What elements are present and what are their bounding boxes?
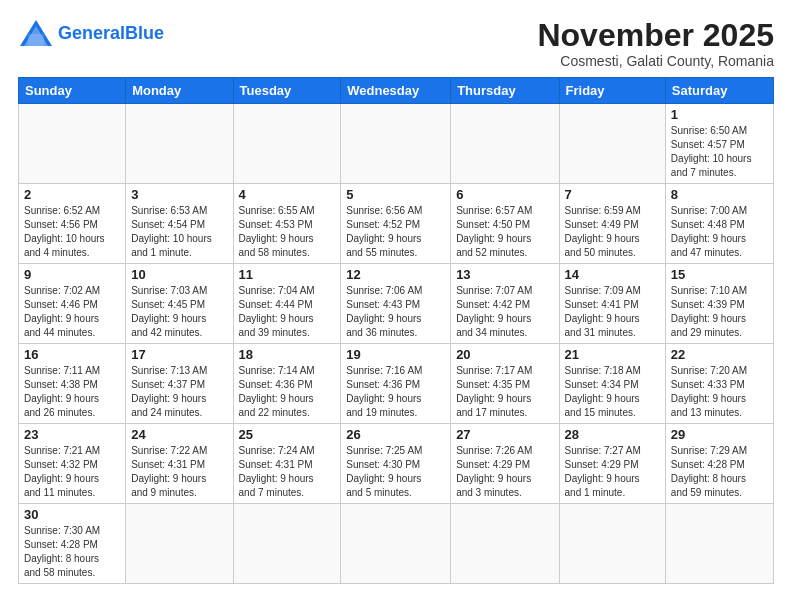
weekday-header-tuesday: Tuesday — [233, 78, 341, 104]
day-number: 24 — [131, 427, 227, 442]
day-info: Sunrise: 7:03 AMSunset: 4:45 PMDaylight:… — [131, 284, 227, 340]
day-info: Sunrise: 7:09 AMSunset: 4:41 PMDaylight:… — [565, 284, 660, 340]
calendar-day-cell: 25Sunrise: 7:24 AMSunset: 4:31 PMDayligh… — [233, 424, 341, 504]
day-info: Sunrise: 7:24 AMSunset: 4:31 PMDaylight:… — [239, 444, 336, 500]
day-number: 12 — [346, 267, 445, 282]
calendar-day-cell: 9Sunrise: 7:02 AMSunset: 4:46 PMDaylight… — [19, 264, 126, 344]
logo-icon — [18, 18, 54, 48]
weekday-header-thursday: Thursday — [451, 78, 559, 104]
calendar-day-cell: 3Sunrise: 6:53 AMSunset: 4:54 PMDaylight… — [126, 184, 233, 264]
calendar-day-cell: 27Sunrise: 7:26 AMSunset: 4:29 PMDayligh… — [451, 424, 559, 504]
calendar-day-cell — [19, 104, 126, 184]
calendar-day-cell: 14Sunrise: 7:09 AMSunset: 4:41 PMDayligh… — [559, 264, 665, 344]
calendar-body: 1Sunrise: 6:50 AMSunset: 4:57 PMDaylight… — [19, 104, 774, 584]
day-info: Sunrise: 7:17 AMSunset: 4:35 PMDaylight:… — [456, 364, 553, 420]
calendar-day-cell: 2Sunrise: 6:52 AMSunset: 4:56 PMDaylight… — [19, 184, 126, 264]
day-info: Sunrise: 6:57 AMSunset: 4:50 PMDaylight:… — [456, 204, 553, 260]
calendar-day-cell: 26Sunrise: 7:25 AMSunset: 4:30 PMDayligh… — [341, 424, 451, 504]
day-info: Sunrise: 7:11 AMSunset: 4:38 PMDaylight:… — [24, 364, 120, 420]
day-number: 7 — [565, 187, 660, 202]
calendar-day-cell — [341, 104, 451, 184]
day-number: 5 — [346, 187, 445, 202]
calendar-day-cell: 1Sunrise: 6:50 AMSunset: 4:57 PMDaylight… — [665, 104, 773, 184]
day-info: Sunrise: 6:56 AMSunset: 4:52 PMDaylight:… — [346, 204, 445, 260]
logo: GeneralBlue — [18, 18, 164, 48]
logo-blue: Blue — [125, 23, 164, 43]
calendar-day-cell: 4Sunrise: 6:55 AMSunset: 4:53 PMDaylight… — [233, 184, 341, 264]
day-number: 17 — [131, 347, 227, 362]
day-info: Sunrise: 6:52 AMSunset: 4:56 PMDaylight:… — [24, 204, 120, 260]
calendar-week-row: 9Sunrise: 7:02 AMSunset: 4:46 PMDaylight… — [19, 264, 774, 344]
calendar-day-cell — [233, 504, 341, 584]
weekday-header-row: SundayMondayTuesdayWednesdayThursdayFrid… — [19, 78, 774, 104]
day-info: Sunrise: 7:13 AMSunset: 4:37 PMDaylight:… — [131, 364, 227, 420]
day-number: 23 — [24, 427, 120, 442]
weekday-header-sunday: Sunday — [19, 78, 126, 104]
day-info: Sunrise: 7:14 AMSunset: 4:36 PMDaylight:… — [239, 364, 336, 420]
day-info: Sunrise: 7:07 AMSunset: 4:42 PMDaylight:… — [456, 284, 553, 340]
day-info: Sunrise: 7:10 AMSunset: 4:39 PMDaylight:… — [671, 284, 768, 340]
calendar-day-cell — [341, 504, 451, 584]
day-info: Sunrise: 7:30 AMSunset: 4:28 PMDaylight:… — [24, 524, 120, 580]
calendar-day-cell: 20Sunrise: 7:17 AMSunset: 4:35 PMDayligh… — [451, 344, 559, 424]
calendar-day-cell: 30Sunrise: 7:30 AMSunset: 4:28 PMDayligh… — [19, 504, 126, 584]
calendar-day-cell: 29Sunrise: 7:29 AMSunset: 4:28 PMDayligh… — [665, 424, 773, 504]
day-number: 18 — [239, 347, 336, 362]
day-number: 30 — [24, 507, 120, 522]
day-number: 13 — [456, 267, 553, 282]
calendar-day-cell: 15Sunrise: 7:10 AMSunset: 4:39 PMDayligh… — [665, 264, 773, 344]
calendar-day-cell — [126, 504, 233, 584]
day-info: Sunrise: 6:53 AMSunset: 4:54 PMDaylight:… — [131, 204, 227, 260]
day-info: Sunrise: 6:55 AMSunset: 4:53 PMDaylight:… — [239, 204, 336, 260]
day-number: 4 — [239, 187, 336, 202]
day-number: 22 — [671, 347, 768, 362]
day-number: 1 — [671, 107, 768, 122]
calendar-day-cell: 13Sunrise: 7:07 AMSunset: 4:42 PMDayligh… — [451, 264, 559, 344]
day-number: 25 — [239, 427, 336, 442]
page: GeneralBlue November 2025 Cosmesti, Gala… — [0, 0, 792, 612]
calendar-day-cell: 17Sunrise: 7:13 AMSunset: 4:37 PMDayligh… — [126, 344, 233, 424]
day-number: 2 — [24, 187, 120, 202]
calendar-day-cell: 12Sunrise: 7:06 AMSunset: 4:43 PMDayligh… — [341, 264, 451, 344]
day-number: 8 — [671, 187, 768, 202]
calendar-day-cell — [126, 104, 233, 184]
day-info: Sunrise: 7:00 AMSunset: 4:48 PMDaylight:… — [671, 204, 768, 260]
day-info: Sunrise: 7:22 AMSunset: 4:31 PMDaylight:… — [131, 444, 227, 500]
day-number: 19 — [346, 347, 445, 362]
day-number: 9 — [24, 267, 120, 282]
month-title: November 2025 — [537, 18, 774, 53]
day-number: 10 — [131, 267, 227, 282]
day-number: 6 — [456, 187, 553, 202]
calendar-header: SundayMondayTuesdayWednesdayThursdayFrid… — [19, 78, 774, 104]
weekday-header-wednesday: Wednesday — [341, 78, 451, 104]
weekday-header-monday: Monday — [126, 78, 233, 104]
weekday-header-saturday: Saturday — [665, 78, 773, 104]
day-number: 16 — [24, 347, 120, 362]
day-number: 27 — [456, 427, 553, 442]
subtitle: Cosmesti, Galati County, Romania — [537, 53, 774, 69]
day-info: Sunrise: 7:16 AMSunset: 4:36 PMDaylight:… — [346, 364, 445, 420]
calendar-day-cell: 24Sunrise: 7:22 AMSunset: 4:31 PMDayligh… — [126, 424, 233, 504]
weekday-header-friday: Friday — [559, 78, 665, 104]
day-number: 28 — [565, 427, 660, 442]
calendar-week-row: 1Sunrise: 6:50 AMSunset: 4:57 PMDaylight… — [19, 104, 774, 184]
day-number: 14 — [565, 267, 660, 282]
day-number: 15 — [671, 267, 768, 282]
calendar-day-cell — [559, 104, 665, 184]
calendar-week-row: 30Sunrise: 7:30 AMSunset: 4:28 PMDayligh… — [19, 504, 774, 584]
day-number: 26 — [346, 427, 445, 442]
header: GeneralBlue November 2025 Cosmesti, Gala… — [18, 18, 774, 69]
calendar-day-cell: 22Sunrise: 7:20 AMSunset: 4:33 PMDayligh… — [665, 344, 773, 424]
day-info: Sunrise: 6:50 AMSunset: 4:57 PMDaylight:… — [671, 124, 768, 180]
calendar-week-row: 2Sunrise: 6:52 AMSunset: 4:56 PMDaylight… — [19, 184, 774, 264]
calendar-day-cell: 8Sunrise: 7:00 AMSunset: 4:48 PMDaylight… — [665, 184, 773, 264]
day-number: 21 — [565, 347, 660, 362]
calendar-day-cell — [451, 104, 559, 184]
calendar-day-cell: 21Sunrise: 7:18 AMSunset: 4:34 PMDayligh… — [559, 344, 665, 424]
logo-general: General — [58, 23, 125, 43]
calendar-day-cell — [233, 104, 341, 184]
day-info: Sunrise: 7:29 AMSunset: 4:28 PMDaylight:… — [671, 444, 768, 500]
day-info: Sunrise: 7:18 AMSunset: 4:34 PMDaylight:… — [565, 364, 660, 420]
day-info: Sunrise: 7:27 AMSunset: 4:29 PMDaylight:… — [565, 444, 660, 500]
calendar-day-cell: 10Sunrise: 7:03 AMSunset: 4:45 PMDayligh… — [126, 264, 233, 344]
